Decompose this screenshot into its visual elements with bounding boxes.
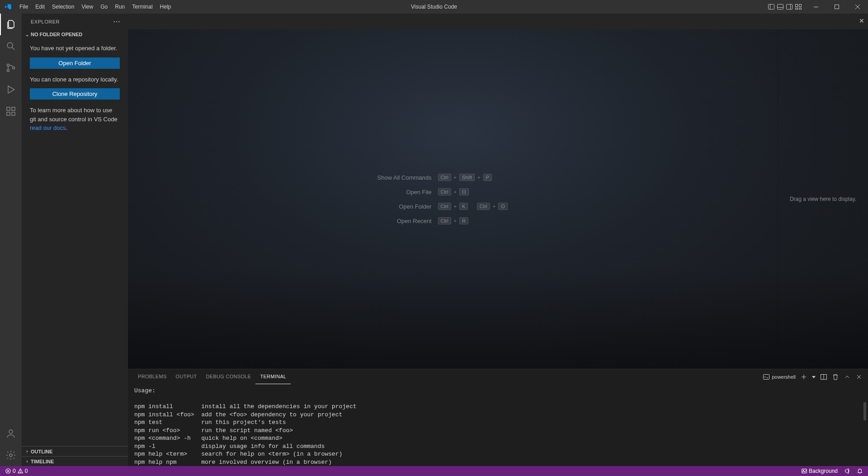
gear-icon (5, 450, 16, 461)
image-icon (801, 468, 807, 474)
close-editor-icon[interactable]: ✕ (859, 17, 864, 24)
chevron-down-icon: ⌄ (24, 32, 31, 37)
split-terminal-icon[interactable] (820, 373, 827, 381)
svg-point-16 (7, 64, 9, 67)
source-control-icon (5, 62, 16, 73)
svg-rect-11 (835, 5, 839, 9)
close-window-button[interactable] (847, 0, 868, 14)
key: P (483, 174, 492, 181)
read-our-docs-link[interactable]: read our docs (30, 124, 66, 131)
watermark-label: Open Recent (260, 218, 432, 224)
section-outline[interactable]: › OUTLINE (22, 446, 128, 456)
svg-rect-8 (796, 8, 798, 10)
panel-tab-terminal[interactable]: TERMINAL (255, 369, 291, 384)
svg-rect-9 (799, 8, 802, 10)
menu-selection[interactable]: Selection (48, 0, 78, 14)
svg-rect-21 (7, 112, 10, 115)
svg-rect-26 (764, 374, 769, 379)
git-help-text-end: . (66, 124, 68, 131)
account-icon (5, 428, 16, 439)
watermark-label: Open Folder (260, 203, 432, 210)
watermark-shortcuts: Show All Commands Ctrl+ Shift+ P Open Fi… (128, 174, 687, 224)
secondary-sidebar-drop[interactable]: Drag a view here to display. (778, 29, 868, 369)
key: Shift (459, 174, 475, 181)
menu-bar: File Edit Selection View Go Run Terminal… (16, 0, 175, 14)
timeline-label: TIMELINE (31, 459, 54, 464)
panel-tab-problems[interactable]: PROBLEMS (133, 369, 171, 384)
activity-search[interactable] (0, 35, 22, 57)
panel-tab-debug-console[interactable]: DEBUG CONSOLE (202, 369, 256, 384)
toggle-primary-sidebar-icon[interactable] (768, 3, 775, 10)
search-icon (5, 41, 16, 52)
kill-terminal-icon[interactable] (832, 373, 839, 381)
activity-accounts[interactable] (0, 423, 22, 444)
watermark-label: Open File (260, 189, 432, 195)
layout-controls (768, 3, 806, 10)
status-bar: 0 0 Background (0, 466, 868, 476)
customize-layout-icon[interactable] (795, 3, 802, 10)
key: Ctrl (477, 203, 490, 210)
svg-rect-2 (778, 5, 783, 10)
editor-empty: Show All Commands Ctrl+ Shift+ P Open Fi… (128, 29, 868, 369)
vscode-logo-icon (0, 3, 16, 10)
close-panel-icon[interactable] (855, 373, 863, 381)
status-background[interactable]: Background (800, 468, 839, 474)
terminal-profile[interactable]: powershell (763, 373, 796, 381)
panel-tab-output[interactable]: OUTPUT (171, 369, 202, 384)
terminal-dropdown-icon[interactable] (812, 375, 816, 379)
menu-file[interactable]: File (16, 0, 32, 14)
git-help-text: To learn more about how to use git and s… (30, 107, 118, 123)
extensions-icon (5, 106, 16, 117)
activity-run-debug[interactable] (0, 79, 22, 100)
error-icon (5, 468, 11, 474)
new-terminal-button[interactable] (800, 373, 807, 381)
toggle-panel-icon[interactable] (777, 3, 784, 10)
menu-help[interactable]: Help (156, 0, 175, 14)
menu-view[interactable]: View (78, 0, 97, 14)
error-count: 0 (13, 468, 16, 474)
clone-repository-button[interactable]: Clone Repository (30, 88, 120, 100)
sidebar-header: EXPLORER ⋯ (22, 14, 128, 29)
status-feedback[interactable] (843, 468, 852, 474)
sidebar-more-actions[interactable]: ⋯ (113, 17, 121, 26)
minimize-button[interactable] (806, 0, 826, 14)
status-notifications[interactable] (855, 468, 864, 474)
titlebar: File Edit Selection View Go Run Terminal… (0, 0, 868, 14)
svg-rect-7 (799, 5, 802, 7)
no-folder-body: You have not yet opened a folder. Open F… (22, 39, 128, 142)
tabs-bar: ✕ (128, 14, 868, 29)
svg-point-39 (20, 472, 20, 472)
terminal-output[interactable]: Usage: npm install install all the depen… (128, 384, 868, 466)
menu-edit[interactable]: Edit (32, 0, 48, 14)
activity-explorer[interactable] (0, 14, 22, 35)
no-folder-text-3: To learn more about how to use git and s… (30, 106, 120, 133)
activity-manage[interactable] (0, 444, 22, 466)
no-folder-text-2: You can clone a repository locally. (30, 75, 120, 84)
terminal-name: powershell (772, 374, 796, 380)
window-title: Visual Studio Code (411, 4, 457, 10)
svg-rect-0 (769, 5, 774, 10)
section-timeline[interactable]: › TIMELINE (22, 456, 128, 466)
menu-go[interactable]: Go (97, 0, 111, 14)
activity-extensions[interactable] (0, 100, 22, 122)
section-title-label: NO FOLDER OPENED (31, 32, 82, 37)
svg-rect-23 (12, 107, 15, 110)
chevron-right-icon: › (24, 449, 31, 454)
debug-icon (5, 84, 16, 95)
key: Ctrl (438, 174, 451, 181)
svg-rect-22 (12, 112, 15, 115)
open-folder-button[interactable]: Open Folder (30, 57, 120, 69)
section-no-folder-opened[interactable]: ⌄ NO FOLDER OPENED (22, 29, 128, 39)
svg-rect-10 (814, 7, 818, 7)
maximize-panel-icon[interactable] (844, 373, 851, 381)
svg-point-25 (9, 454, 12, 457)
svg-line-15 (12, 48, 15, 50)
maximize-button[interactable] (826, 0, 847, 14)
status-problems[interactable]: 0 0 (4, 468, 29, 474)
toggle-secondary-sidebar-icon[interactable] (786, 3, 793, 10)
activity-source-control[interactable] (0, 57, 22, 79)
no-folder-text-1: You have not yet opened a folder. (30, 44, 120, 53)
menu-run[interactable]: Run (111, 0, 128, 14)
svg-point-17 (7, 70, 9, 72)
menu-terminal[interactable]: Terminal (128, 0, 156, 14)
